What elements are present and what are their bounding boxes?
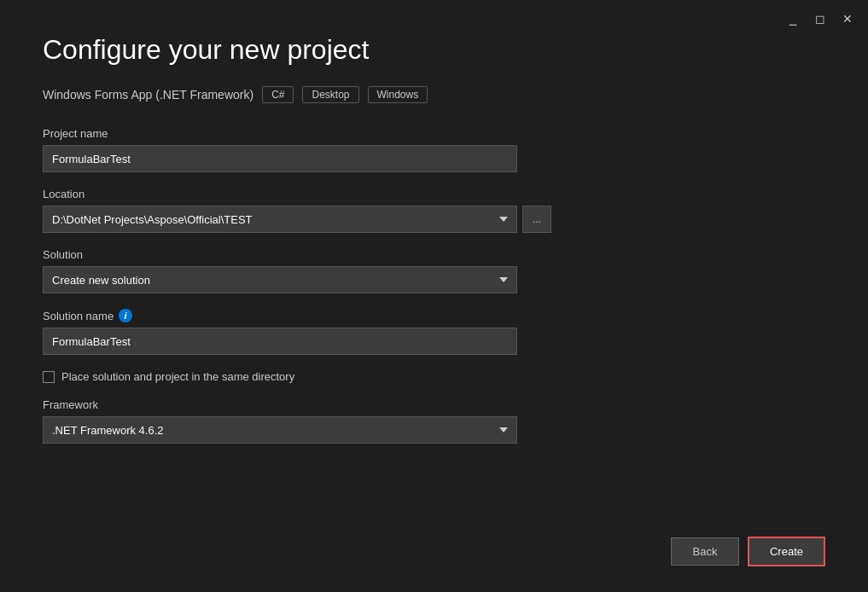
restore-button[interactable]: ◻ [808,7,832,31]
solution-select[interactable]: Create new solution [43,266,517,293]
main-content: Configure your new project Windows Forms… [0,0,868,485]
framework-select[interactable]: .NET Framework 4.6.2 [43,416,517,444]
project-type-row: Windows Forms App (.NET Framework) C# De… [43,86,825,103]
tag-desktop: Desktop [302,86,358,103]
framework-section: Framework .NET Framework 4.6.2 [43,398,825,444]
browse-button[interactable]: ... [522,206,551,233]
back-button[interactable]: Back [671,537,739,566]
location-row: D:\DotNet Projects\Aspose\Official\TEST … [43,206,825,233]
location-section: Location D:\DotNet Projects\Aspose\Offic… [43,188,825,233]
framework-label: Framework [43,398,825,411]
same-dir-checkbox[interactable] [43,371,55,383]
close-button[interactable]: ✕ [836,7,859,31]
footer-buttons: Back Create [671,537,825,566]
tag-windows: Windows [368,86,428,103]
same-dir-row: Place solution and project in the same d… [43,370,825,383]
project-name-label: Project name [43,127,825,140]
info-icon: i [119,309,132,322]
same-dir-label: Place solution and project in the same d… [61,370,294,383]
project-type-label: Windows Forms App (.NET Framework) [43,88,253,102]
solution-name-label: Solution name i [43,309,825,322]
location-select[interactable]: D:\DotNet Projects\Aspose\Official\TEST [43,206,517,233]
page-title: Configure your new project [43,34,825,66]
solution-label: Solution [43,248,825,261]
solution-section: Solution Create new solution [43,248,825,293]
create-button[interactable]: Create [748,537,825,566]
project-name-input[interactable] [43,145,517,172]
project-name-section: Project name [43,127,825,172]
location-label: Location [43,188,825,200]
title-bar: ⎯ ◻ ✕ [772,0,868,38]
solution-name-section: Solution name i [43,309,825,355]
solution-name-input[interactable] [43,328,517,355]
tag-csharp: C# [262,86,294,103]
minimize-button[interactable]: ⎯ [781,7,805,31]
